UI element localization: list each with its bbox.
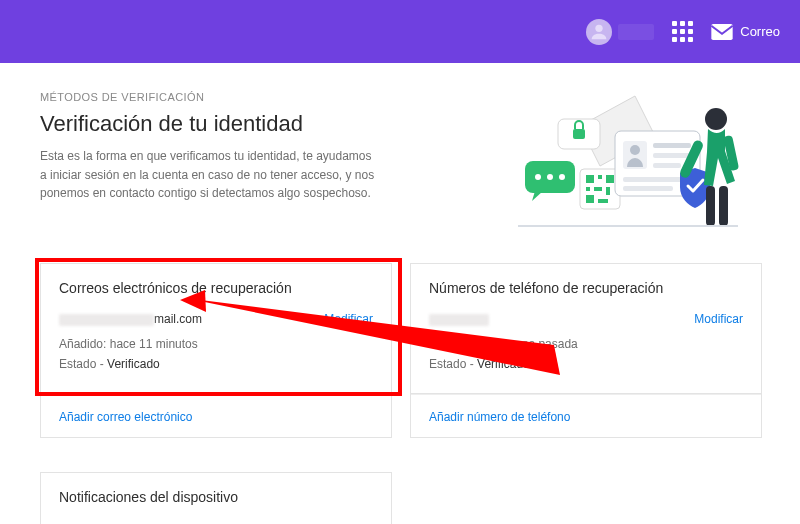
svg-rect-12	[598, 175, 602, 179]
svg-rect-26	[623, 186, 673, 191]
mail-icon	[711, 24, 733, 40]
top-bar: Correo	[0, 0, 800, 63]
apps-grid-icon[interactable]	[672, 21, 693, 42]
identity-illustration	[480, 91, 740, 241]
svg-rect-18	[598, 199, 608, 203]
section-eyebrow: MÉTODOS DE VERIFICACIÓN	[40, 91, 460, 103]
user-menu[interactable]	[586, 19, 654, 45]
svg-rect-14	[586, 187, 590, 191]
recovery-email-card: Correos electrónicos de recuperación mai…	[40, 263, 392, 394]
svg-point-7	[535, 174, 541, 180]
header-section: MÉTODOS DE VERIFICACIÓN Verificación de …	[0, 63, 800, 241]
recovery-phone-value	[429, 312, 489, 326]
recovery-email-value: mail.com	[59, 312, 202, 326]
email-suffix: mail.com	[154, 312, 202, 326]
svg-rect-31	[719, 186, 728, 226]
phone-status-meta: Estado - Verificado	[429, 354, 743, 374]
device-notifications-title: Notificaciones del dispositivo	[59, 489, 373, 505]
svg-rect-17	[586, 195, 594, 203]
avatar-icon	[586, 19, 612, 45]
email-added-meta: Añadido: hace 11 minutos	[59, 334, 373, 354]
recovery-phone-card: Números de teléfono de recuperación Modi…	[410, 263, 762, 394]
svg-rect-15	[594, 187, 602, 191]
email-redacted	[59, 314, 154, 326]
svg-point-27	[705, 108, 727, 130]
svg-rect-22	[653, 143, 691, 148]
svg-rect-13	[606, 175, 614, 183]
add-phone-link[interactable]: Añadir número de teléfono	[429, 410, 570, 424]
svg-point-8	[547, 174, 553, 180]
svg-rect-16	[606, 187, 610, 195]
page-description: Esta es la forma en que verificamos tu i…	[40, 147, 380, 203]
page-title: Verificación de tu identidad	[40, 111, 460, 137]
svg-rect-1	[712, 24, 733, 40]
svg-rect-30	[706, 186, 715, 226]
recovery-phone-title: Números de teléfono de recuperación	[429, 280, 743, 296]
phone-added-meta: Añadido: la semana pasada	[429, 334, 743, 354]
user-name-redacted	[618, 24, 654, 40]
cards-grid: Correos electrónicos de recuperación mai…	[0, 263, 800, 524]
phone-redacted	[429, 314, 489, 326]
svg-point-21	[630, 145, 640, 155]
svg-rect-23	[653, 153, 691, 158]
device-notifications-card: Notificaciones del dispositivo Verifica …	[40, 472, 392, 524]
add-email-link[interactable]: Añadir correo electrónico	[59, 410, 192, 424]
mail-button[interactable]: Correo	[711, 24, 780, 40]
svg-rect-4	[573, 129, 585, 139]
svg-point-9	[559, 174, 565, 180]
modify-email-link[interactable]: Modificar	[324, 312, 373, 326]
modify-phone-link[interactable]: Modificar	[694, 312, 743, 326]
mail-label: Correo	[740, 24, 780, 39]
email-status-meta: Estado - Verificado	[59, 354, 373, 374]
svg-rect-24	[653, 163, 681, 168]
recovery-email-title: Correos electrónicos de recuperación	[59, 280, 373, 296]
svg-rect-11	[586, 175, 594, 183]
svg-point-0	[596, 24, 603, 31]
